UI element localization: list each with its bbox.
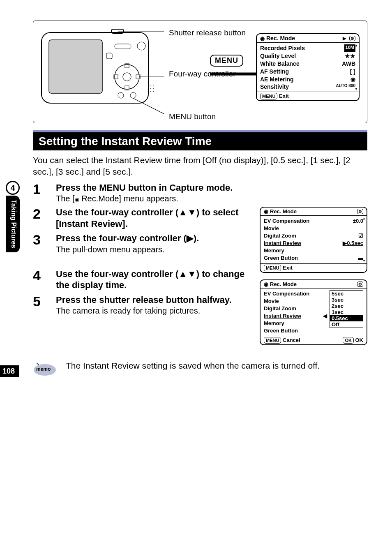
step-4: 4 Use the four-way controller (▲▼) to ch…	[33, 268, 254, 291]
step-2: 2 Use the four-way controller (▲▼) to se…	[33, 207, 254, 229]
row-value: AUTO 800	[336, 83, 355, 91]
menu-pill-icon: MENU	[264, 337, 281, 344]
camera-illustration	[41, 28, 164, 115]
page-number: 108	[0, 365, 19, 377]
callout-menu-button: MENU button	[169, 112, 216, 121]
lcd-footer-ok: OK	[355, 337, 364, 343]
svg-point-15	[153, 85, 154, 85]
scrollbar-icon: ▲▼	[362, 217, 366, 263]
step-5: 5 Press the shutter release button halfw…	[33, 294, 254, 316]
step-number: 3	[33, 233, 47, 254]
right-triangle-icon: ▶	[343, 36, 346, 41]
row-label: Memory	[264, 320, 284, 327]
row-value: 10M	[344, 44, 355, 52]
option-selected: 0.5sec	[330, 315, 363, 321]
step-desc: The [◉ Rec.Mode] menu appears.	[56, 194, 367, 203]
step-title: Press the shutter release button halfway…	[56, 294, 254, 306]
sidebar: 4 Taking Pictures	[0, 181, 20, 252]
svg-rect-8	[106, 53, 112, 59]
tool-tab-icon: ⚙	[357, 282, 363, 287]
memo-icon: ↘ memo	[33, 361, 57, 377]
row-label-highlight: Instant Review	[264, 312, 301, 320]
lcd-title: Rec. Mode	[270, 281, 297, 287]
row-label: AF Setting	[260, 68, 289, 76]
step-title: Use the four-way controller (▲▼) to chan…	[56, 268, 254, 291]
camera-icon: ◉	[260, 35, 265, 42]
lcd-footer: Exit	[283, 265, 293, 271]
menu-pill-icon: MENU	[264, 265, 281, 271]
lead-paragraph: You can select the Instant Review time f…	[33, 155, 367, 178]
option: 3sec	[330, 297, 363, 303]
step-desc: The camera is ready for taking pictures.	[56, 306, 254, 316]
lcd-rec-mode-instant-review: ◉ Rec. Mode ⚙ EV Compensation±0.0 Movie …	[260, 207, 367, 273]
chapter-number: 4	[6, 181, 20, 195]
lcd-rec-mode-main: ◉ Rec. Mode ▶ ⚙ Recorded Pixels10M Quali…	[256, 33, 360, 101]
svg-point-16	[150, 88, 151, 89]
ok-pill-icon: OK	[343, 337, 354, 344]
tool-tab-icon: ⚙	[349, 36, 355, 41]
lcd-title: Rec. Mode	[270, 208, 297, 215]
step-title: Press the MENU button in Capture mode.	[56, 182, 367, 194]
dropdown-options: 5sec 3sec 2sec 1sec 0.5sec Off	[330, 290, 363, 328]
svg-rect-10	[115, 44, 131, 49]
memo-note: ↘ memo The Instant Review setting is sav…	[33, 361, 367, 377]
row-label: EV Compensation	[264, 290, 309, 298]
camera-icon: ◉	[264, 208, 268, 215]
svg-point-19	[153, 91, 154, 92]
step-number: 1	[33, 182, 47, 204]
option: 2sec	[330, 303, 363, 309]
step-1: 1 Press the MENU button in Capture mode.…	[33, 182, 367, 204]
row-label: Memory	[264, 247, 284, 254]
camera-icon: ◉	[75, 196, 79, 203]
row-label: Movie	[264, 225, 279, 232]
svg-rect-1	[49, 40, 102, 93]
row-label: Green Button	[264, 254, 298, 262]
lcd-title: Rec. Mode	[266, 35, 295, 42]
step-3: 3 Press the four-way controller (▶). The…	[33, 233, 254, 254]
menu-pill-icon: MENU	[260, 93, 277, 99]
step-title: Press the four-way controller (▶).	[56, 233, 254, 244]
svg-point-14	[150, 85, 151, 85]
step-desc: The pull-down menu appears.	[56, 245, 254, 254]
step-number: 2	[33, 207, 47, 229]
row-value: AWB	[342, 60, 355, 68]
row-label: Digital Zoom	[264, 232, 296, 240]
row-label: Green Button	[264, 327, 298, 335]
svg-point-9	[137, 42, 145, 50]
scrollbar-icon: ▲▼	[355, 44, 358, 91]
step-number: 5	[33, 294, 47, 316]
svg-point-11	[118, 92, 124, 98]
memo-text: The Instant Review setting is saved when…	[66, 361, 320, 371]
row-label: Movie	[264, 298, 279, 305]
diagram-box: Shutter release button Four-way controll…	[33, 21, 367, 123]
section-label: Taking Pictures	[6, 196, 20, 252]
row-label: Sensitivity	[260, 83, 289, 91]
row-label: Digital Zoom	[264, 305, 296, 312]
svg-line-22	[133, 98, 164, 114]
lcd-footer-cancel: Cancel	[283, 337, 300, 343]
section-heading: Setting the Instant Review Time	[33, 130, 367, 150]
left-triangle-icon: ◀	[323, 312, 327, 320]
step-title: Use the four-way controller (▲▼) to sele…	[56, 207, 254, 229]
callout-shutter: Shutter release button	[169, 28, 246, 37]
svg-point-17	[153, 88, 154, 89]
row-label-highlight: Instant Review	[264, 240, 301, 247]
lcd-rec-mode-dropdown: ◉ Rec. Mode ⚙ EV Compensation Movie Digi…	[260, 279, 367, 346]
row-value: ±0.0	[353, 217, 363, 225]
menu-button-icon: MENU	[210, 55, 243, 67]
option: 5sec	[330, 291, 363, 297]
row-label: EV Compensation	[264, 217, 309, 225]
svg-point-2	[115, 65, 139, 89]
svg-point-12	[130, 92, 136, 98]
row-label: AE Metering	[260, 76, 294, 83]
lcd-footer: Exit	[279, 93, 289, 99]
svg-point-18	[150, 91, 151, 92]
row-label: Quality Level	[260, 52, 296, 60]
tool-tab-icon: ⚙	[357, 209, 363, 214]
row-value: ▶0.5sec	[343, 240, 363, 247]
row-label: White Balance	[260, 60, 300, 68]
option: 1sec	[330, 309, 363, 315]
row-label: Recorded Pixels	[260, 44, 305, 52]
svg-point-3	[123, 73, 131, 81]
row-value: ★★	[345, 52, 355, 60]
